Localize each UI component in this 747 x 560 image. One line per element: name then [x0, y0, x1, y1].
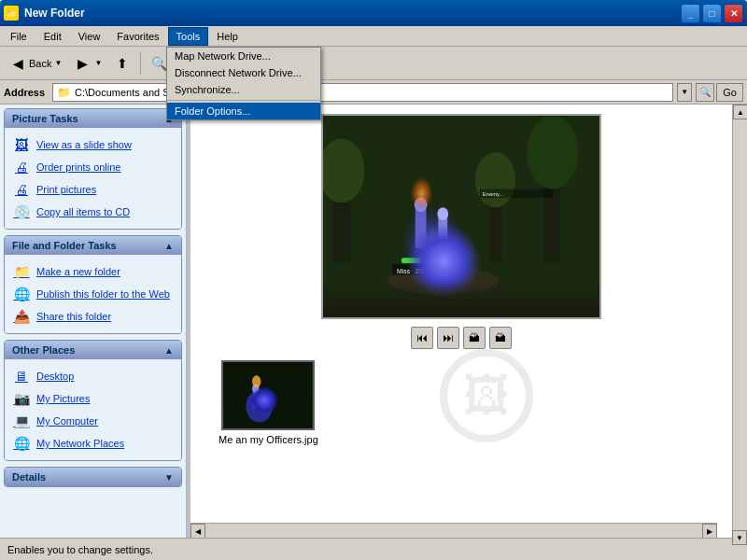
picture-tasks-content: 🖼 View as a slide show 🖨 Order prints on… [5, 128, 181, 229]
publish-web-label: Publish this folder to the Web [36, 288, 170, 300]
address-input[interactable]: 📁 C:\Documents and S [52, 83, 673, 102]
svg-point-12 [437, 207, 448, 220]
menu-view[interactable]: View [70, 27, 109, 46]
menu-folder-options[interactable]: Folder Options... [167, 103, 320, 119]
scroll-down-button[interactable]: ▼ [732, 530, 747, 545]
sidebar-item-my-network[interactable]: 🌐 My Network Places [8, 432, 177, 455]
menu-help[interactable]: Help [208, 27, 247, 46]
my-pictures-label: My Pictures [36, 393, 90, 404]
file-folder-tasks-content: 📁 Make a new folder 🌐 Publish this folde… [5, 255, 181, 333]
scrollbar-vertical[interactable]: ▲ ▼ [732, 105, 747, 538]
slideshow-label: View as a slide show [36, 139, 132, 150]
menu-tools[interactable]: Tools [168, 27, 209, 46]
thumbnails-row: Me an my Officers.jpg 🖼 [200, 360, 723, 445]
my-network-icon: 🌐 [12, 434, 31, 453]
order-prints-icon: 🖨 [12, 158, 31, 176]
desktop-label: Desktop [36, 371, 74, 382]
title-bar: 📁 New Folder _ □ ✕ [0, 0, 747, 26]
sidebar-section-other-places: Other Places ▲ 🖥 Desktop 📷 My Pictures 💻… [4, 340, 182, 461]
watermark-circle: 🖼 [440, 349, 533, 442]
scroll-right-button[interactable]: ▶ [702, 524, 717, 538]
svg-text:Miss: Miss [397, 268, 411, 274]
window-icon: 📁 [4, 6, 19, 21]
details-toggle: ▼ [164, 472, 174, 483]
scroll-left-button[interactable]: ◀ [190, 524, 205, 538]
sidebar-item-my-computer[interactable]: 💻 My Computer [8, 410, 177, 432]
back-button[interactable]: ◀ Back ▼ [4, 50, 66, 77]
menu-disconnect-network-drive[interactable]: Disconnect Network Drive... [167, 64, 320, 81]
my-network-label: My Network Places [36, 438, 124, 449]
menu-synchronize[interactable]: Synchronize... [167, 81, 320, 98]
main-area: Picture Tasks ▲ 🖼 View as a slide show 🖨… [0, 105, 747, 538]
sidebar-item-slideshow[interactable]: 🖼 View as a slide show [8, 133, 177, 156]
order-prints-label: Order prints online [36, 161, 121, 173]
svg-point-13 [411, 177, 433, 210]
forward-icon: ▶ [73, 54, 92, 73]
my-computer-label: My Computer [36, 415, 98, 427]
svg-point-22 [247, 390, 273, 422]
address-folder-icon: 📁 [57, 86, 71, 99]
file-area-inner: Miss 23 Enemy... ⏮ ⏭ 🏔 🏔 [190, 105, 732, 455]
sidebar-item-my-pictures[interactable]: 📷 My Pictures [8, 387, 177, 410]
window-controls: _ □ ✕ [681, 4, 743, 23]
address-dropdown-button[interactable]: ▼ [677, 83, 692, 102]
details-title: Details [12, 471, 46, 483]
sidebar-section-picture-tasks: Picture Tasks ▲ 🖼 View as a slide show 🖨… [4, 108, 182, 230]
back-dropdown-arrow: ▼ [54, 59, 62, 67]
thumb-game-scene [223, 362, 313, 428]
sidebar-item-copy-cd[interactable]: 💿 Copy all items to CD [8, 201, 177, 223]
thumbnail-area-2: 🖼 [337, 360, 571, 430]
up-button[interactable]: ⬆ [108, 50, 136, 77]
sidebar-item-new-folder[interactable]: 📁 Make a new folder [8, 260, 177, 283]
thumbnail-image-1 [221, 360, 315, 430]
menu-map-network-drive[interactable]: Map Network Drive... [167, 48, 320, 64]
slideshow-icon: 🖼 [12, 135, 31, 154]
svg-point-7 [475, 152, 515, 207]
menu-separator [167, 100, 320, 101]
publish-web-icon: 🌐 [12, 285, 31, 303]
file-folder-tasks-header[interactable]: File and Folder Tasks ▲ [5, 236, 181, 255]
forward-dropdown-arrow: ▼ [94, 59, 102, 67]
scrollbar-horizontal[interactable]: ◀ ▶ [190, 523, 717, 538]
back-label: Back [29, 58, 51, 69]
menu-file[interactable]: File [2, 27, 35, 46]
picture-tasks-title: Picture Tasks [12, 113, 78, 124]
picture-tasks-header[interactable]: Picture Tasks ▲ [5, 109, 181, 128]
file-folder-tasks-title: File and Folder Tasks [12, 240, 117, 251]
forward-button[interactable]: ▶ ▼ [68, 50, 106, 77]
sidebar-item-order-prints[interactable]: 🖨 Order prints online [8, 156, 177, 178]
copy-cd-icon: 💿 [12, 203, 31, 221]
other-places-content: 🖥 Desktop 📷 My Pictures 💻 My Computer 🌐 … [5, 359, 181, 460]
share-folder-label: Share this folder [36, 311, 111, 322]
sidebar-item-print-pictures[interactable]: 🖨 Print pictures [8, 178, 177, 201]
other-places-header[interactable]: Other Places ▲ [5, 341, 181, 359]
game-preview-image: Miss 23 Enemy... [323, 116, 599, 317]
thumbnail-label-1: Me an my Officers.jpg [218, 434, 318, 445]
svg-rect-9 [416, 207, 427, 248]
desktop-icon: 🖥 [12, 367, 31, 385]
menu-edit[interactable]: Edit [35, 27, 70, 46]
new-folder-icon: 📁 [12, 262, 31, 281]
new-folder-label: Make a new folder [36, 266, 120, 277]
address-search-icon[interactable]: 🔍 [696, 83, 714, 102]
thumbnail-1[interactable]: Me an my Officers.jpg [218, 360, 318, 445]
print-pictures-label: Print pictures [36, 184, 96, 195]
sidebar-item-share-folder[interactable]: 📤 Share this folder [8, 305, 177, 328]
close-button[interactable]: ✕ [724, 4, 743, 23]
tools-dropdown: Map Network Drive... Disconnect Network … [166, 47, 321, 120]
sidebar-item-publish-web[interactable]: 🌐 Publish this folder to the Web [8, 283, 177, 305]
share-folder-icon: 📤 [12, 307, 31, 326]
scroll-up-button[interactable]: ▲ [733, 105, 747, 119]
maximize-button[interactable]: □ [702, 4, 722, 23]
up-icon: ⬆ [113, 54, 132, 73]
menu-favorites[interactable]: Favorites [108, 27, 167, 46]
print-pictures-icon: 🖨 [12, 180, 31, 199]
game-scene-svg: Miss 23 Enemy... [323, 116, 599, 317]
back-icon: ◀ [8, 54, 27, 73]
svg-text:Enemy...: Enemy... [483, 191, 504, 197]
address-go-button[interactable]: Go [716, 83, 743, 102]
minimize-button[interactable]: _ [681, 4, 700, 23]
address-label: Address [4, 87, 45, 98]
details-header[interactable]: Details ▼ [5, 468, 181, 486]
sidebar-item-desktop[interactable]: 🖥 Desktop [8, 365, 177, 387]
